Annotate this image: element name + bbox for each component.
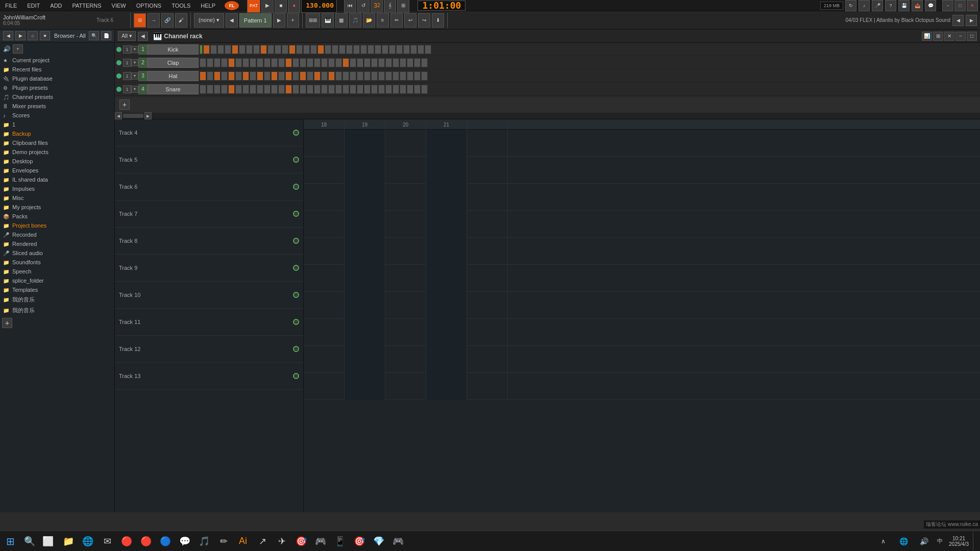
ch-led-snare[interactable] [116,87,121,92]
rack-hscroll[interactable]: ◀ ▶ [115,113,980,119]
ch-down-kick[interactable]: ▾ [131,46,138,53]
menu-file[interactable]: FILE [2,2,20,10]
sidebar-item-recent-files[interactable]: 📁 Recent files [0,65,114,74]
sidebar-item-channel-presets[interactable]: 🎵 Channel presets [0,92,114,102]
menu-add[interactable]: ADD [47,2,65,10]
stop-btn[interactable]: ■ [275,0,287,13]
rack-prev-btn[interactable]: ◀ [138,32,148,41]
mixer-btn2[interactable]: ≡ [377,13,389,28]
tray-show-desktop[interactable] [973,532,976,550]
ch-name-kick[interactable]: Kick [148,44,199,55]
taskbar-icon-extra2[interactable]: 🎮 [311,532,330,550]
win-max[interactable]: □ [954,0,966,11]
ch-led-kick[interactable] [116,47,121,52]
rack-max-btn[interactable]: □ [967,32,977,41]
undo-btn[interactable]: ↩ [404,13,416,28]
rack-scroll-right[interactable]: ▶ [144,112,152,119]
kick-start-pad[interactable] [200,45,203,54]
sidebar-nav-prev[interactable]: ◀ [3,31,13,40]
taskbar-icon-2[interactable]: 🔴 [137,532,155,550]
export-btn[interactable]: 📤 [912,0,923,11]
taskbar-icon-mail[interactable]: ✉ [98,532,116,550]
sidebar-add-bottom[interactable]: + [2,318,12,328]
sidebar-star[interactable]: ★ [40,31,50,40]
record-btn[interactable]: ● [288,0,300,13]
rack-hthumb[interactable] [123,114,143,118]
track-knob-8[interactable] [293,238,299,244]
pat-mode-btn[interactable]: PAT [247,0,260,13]
arrow-btn[interactable]: → [148,13,160,28]
piano-roll-btn[interactable]: 🎵 [349,13,361,28]
step-seq-btn[interactable]: ▦ [335,13,348,28]
track-knob-12[interactable] [293,346,299,352]
time-sig-btn[interactable]: 32 [371,0,383,13]
rack-bar-chart[interactable]: 📊 [922,32,932,41]
taskbar-icon-extra1[interactable]: 🎯 [292,532,310,550]
tray-chinese[interactable]: 中 [935,537,945,545]
browser-btn[interactable]: 📂 [363,13,375,28]
ch-name-hat[interactable]: Hat [148,71,199,81]
taskbar-icon-extra4[interactable]: 🎯 [350,532,369,550]
sidebar-item-chinese-music2[interactable]: 📁 我的音乐 [0,305,114,316]
sidebar-item-mixer-presets[interactable]: 🎚 Mixer presets [0,102,114,111]
next-pattern-btn[interactable]: ▶ [273,13,285,28]
rack-scroll-left[interactable]: ◀ [115,112,122,119]
track-knob-4[interactable] [293,130,299,136]
paint-btn[interactable]: 🖌 [175,13,187,28]
sidebar-item-impulses[interactable]: 📁 Impulses [0,184,114,193]
rack-all-dropdown[interactable]: All ▾ [118,31,136,41]
loop-btn[interactable]: ↺ [357,0,370,13]
sidebar-item-misc[interactable]: 📁 Misc [0,193,114,203]
ch-down-snare[interactable]: ▾ [131,86,138,93]
help-btn[interactable]: ? [885,0,896,11]
task-view-btn[interactable]: ⬜ [39,532,57,550]
sidebar-item-templates[interactable]: 📁 Templates [0,285,114,294]
add-pattern-btn[interactable]: + [287,13,299,28]
rack-min-btn[interactable]: − [955,32,966,41]
ch-name-clap[interactable]: Clap [148,58,199,68]
edit-btn[interactable]: ✏ [390,13,403,28]
mixer-btn[interactable]: ⊞ [397,0,409,13]
taskbar-icon-extra3[interactable]: 📱 [331,532,349,550]
menu-tools[interactable]: TOOLS [168,2,193,10]
ch-num-clap[interactable]: 1 [123,59,131,67]
search-taskbar-btn[interactable]: 🔍 [20,532,39,550]
mic-btn[interactable]: 🎤 [872,0,883,11]
sidebar-item-rendered[interactable]: 📁 Rendered [0,239,114,248]
sidebar-item-project-bones[interactable]: 📁 Project bones [0,221,114,230]
taskbar-icon-steam[interactable]: 🎮 [389,532,407,550]
taskbar-icon-telegram[interactable]: ✈ [273,532,291,550]
sidebar-item-sliced-audio[interactable]: 🎤 Sliced audio [0,248,114,258]
metronome-btn[interactable]: 𝄞 [384,0,396,13]
bpm-display[interactable]: 130.000 [301,0,337,13]
sidebar-item-speech[interactable]: 📁 Speech [0,267,114,276]
refresh-btn[interactable]: ↻ [845,0,856,11]
sidebar-search-btn[interactable]: 🔍 [89,31,99,40]
sidebar-item-plugin-database[interactable]: 🔌 Plugin database [0,74,114,83]
menu-help[interactable]: HELP [198,2,218,10]
rack-add-channel-btn[interactable]: + [119,99,130,110]
menu-edit[interactable]: EDIT [24,2,43,10]
sidebar-item-clipboard-files[interactable]: 📁 Clipboard files [0,138,114,147]
ch-down-clap[interactable]: ▾ [131,59,138,66]
ch-num-kick[interactable]: 1 [123,45,131,54]
none-dropdown[interactable]: (none) ▾ [194,13,224,28]
tray-volume[interactable]: 🔊 [915,532,933,550]
taskbar-icon-1[interactable]: 🔴 [117,532,136,550]
tray-expand-btn[interactable]: ∧ [874,532,892,550]
sidebar-item-il-shared[interactable]: 📁 IL shared data [0,175,114,184]
taskbar-icon-extra5[interactable]: 💎 [370,532,388,550]
sidebar-item-packs[interactable]: 📦 Packs [0,212,114,221]
ch-down-hat[interactable]: ▾ [131,72,138,80]
mixer-ctrl-btn[interactable]: ⊞⊞ [306,13,320,28]
taskbar-icon-chrome[interactable]: 🔵 [156,532,175,550]
sidebar-item-demo-projects[interactable]: 📁 Demo projects [0,147,114,157]
track-knob-9[interactable] [293,265,299,271]
sidebar-item-1[interactable]: 📁 1 [0,120,114,129]
sidebar-home[interactable]: ⌂ [28,31,38,40]
play-btn[interactable]: ▶ [261,0,274,13]
track-knob-5[interactable] [293,157,299,163]
ch-num-snare[interactable]: 1 [123,85,131,93]
link-btn[interactable]: 🔗 [161,13,174,28]
save-btn[interactable]: 💾 [898,0,910,11]
